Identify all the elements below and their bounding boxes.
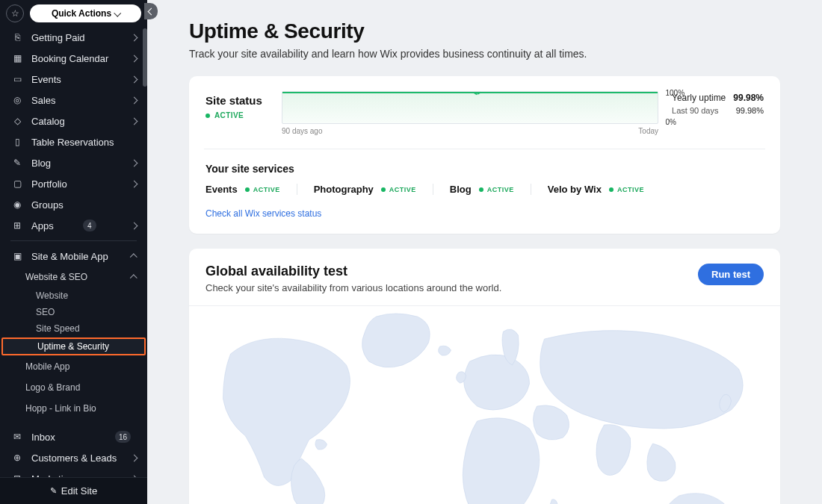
- sidebar-item-label: Customers & Leads: [31, 452, 117, 464]
- sidebar-item-label: Sales: [31, 95, 56, 106]
- chevron-down-icon: [114, 8, 120, 19]
- favorite-site-icon[interactable]: ☆: [6, 4, 24, 22]
- chevron-right-icon: [132, 222, 137, 230]
- sidebar-item[interactable]: ▭ Events: [0, 69, 147, 90]
- status-dot-icon: [206, 113, 210, 118]
- service-status: ACTIVE: [479, 186, 514, 193]
- sidebar-subitem[interactable]: Hopp - Link in Bio: [0, 398, 147, 419]
- sidebar-item-label: Site & Mobile App: [31, 251, 108, 262]
- nav-icon: ✎: [10, 158, 24, 168]
- service-item: Velo by Wix ACTIVE: [531, 184, 661, 195]
- nav-icon: ✉: [10, 432, 24, 442]
- site-status-indicator: ACTIVE: [206, 111, 268, 119]
- yearly-uptime-value: 99.98%: [733, 93, 764, 103]
- run-test-button[interactable]: Run test: [698, 264, 764, 285]
- service-item: Blog ACTIVE: [433, 184, 531, 195]
- pencil-icon: ✎: [50, 486, 57, 496]
- page-title: Uptime & Security: [189, 19, 780, 43]
- sidebar-sub-website-seo[interactable]: Website & SEO: [0, 267, 147, 287]
- service-name: Velo by Wix: [548, 184, 602, 195]
- status-dot-icon: [609, 187, 614, 192]
- sidebar-item-label: Booking Calendar: [31, 53, 108, 64]
- main-content: Uptime & Security Track your site availa…: [147, 0, 822, 504]
- last90-value: 99.98%: [736, 106, 764, 115]
- sidebar-subitem[interactable]: Uptime & Security: [1, 337, 146, 355]
- site-status-value: ACTIVE: [214, 111, 244, 119]
- chevron-left-icon: [149, 7, 154, 16]
- chevron-right-icon: [132, 34, 137, 42]
- service-name: Events: [206, 184, 238, 195]
- collapse-sidebar-button[interactable]: [144, 3, 158, 19]
- site-app-icon: ▣: [10, 251, 24, 261]
- sidebar-item[interactable]: ◉ Groups: [0, 194, 147, 215]
- sidebar-item[interactable]: ✉ Inbox 16: [0, 426, 147, 447]
- nav-badge: 16: [115, 431, 131, 443]
- nav-icon: ▯: [10, 137, 24, 147]
- sidebar-subitem[interactable]: SEO: [0, 304, 147, 320]
- page-subtitle: Track your site availability and learn h…: [189, 48, 780, 60]
- services-row: Events ACTIVEPhotography ACTIVEBlog ACTI…: [206, 184, 764, 195]
- y-axis-bottom: 0%: [665, 118, 685, 126]
- check-services-link[interactable]: Check all Wix services status: [206, 208, 764, 219]
- sidebar-item-label: Table Reservations: [31, 137, 114, 148]
- chevron-up-icon: [132, 252, 137, 261]
- x-axis-end: Today: [638, 127, 658, 135]
- nav-icon: ▢: [10, 178, 24, 189]
- service-name: Blog: [450, 184, 472, 195]
- nav-icon: ◇: [10, 116, 24, 126]
- sidebar-item[interactable]: ◎ Sales: [0, 90, 147, 111]
- y-axis-top: 100%: [665, 89, 685, 97]
- sidebar-item[interactable]: ⊟ Marketing: [0, 468, 147, 477]
- sidebar-subitem[interactable]: Site Speed: [0, 320, 147, 337]
- world-map: [189, 309, 780, 504]
- global-availability-card: Global availability test Check your site…: [189, 249, 780, 504]
- chevron-right-icon: [132, 117, 137, 125]
- nav-badge: 4: [83, 220, 96, 231]
- sidebar-item[interactable]: ▢ Portfolio: [0, 173, 147, 194]
- sidebar-item[interactable]: ▦ Booking Calendar: [0, 48, 147, 69]
- sidebar-subitem[interactable]: Mobile App: [0, 356, 147, 377]
- sidebar-item-site-mobile-app[interactable]: ▣ Site & Mobile App: [0, 246, 147, 267]
- service-status: ACTIVE: [609, 186, 644, 193]
- site-status-title: Site status: [206, 94, 268, 107]
- sidebar-item-label: Getting Paid: [31, 32, 85, 43]
- sidebar-item[interactable]: ⊕ Customers & Leads: [0, 447, 147, 468]
- uptime-dip: [474, 92, 481, 95]
- sidebar-item[interactable]: ⊞ Apps 4: [0, 215, 147, 236]
- chevron-right-icon: [132, 454, 137, 462]
- nav-icon: ⊕: [10, 452, 24, 463]
- global-card-subtitle: Check your site's availability from vari…: [206, 282, 501, 293]
- uptime-line: [282, 92, 658, 93]
- sidebar-item-label: Inbox: [31, 432, 55, 443]
- chevron-right-icon: [132, 75, 137, 84]
- sidebar-item[interactable]: ⎘ Getting Paid: [0, 27, 147, 48]
- x-axis-start: 90 days ago: [282, 127, 323, 135]
- service-status: ACTIVE: [245, 186, 280, 193]
- sidebar-item[interactable]: ◇ Catalog: [0, 111, 147, 131]
- nav-icon: ▭: [10, 74, 24, 84]
- sidebar-item-label: Apps: [31, 220, 54, 231]
- quick-actions-button[interactable]: Quick Actions: [30, 4, 141, 22]
- sidebar-subitem[interactable]: Logo & Brand: [0, 377, 147, 398]
- card-divider: [189, 305, 780, 306]
- sidebar-item-label: Portfolio: [31, 178, 67, 190]
- chevron-right-icon: [132, 475, 137, 478]
- status-dot-icon: [381, 187, 386, 192]
- nav-icon: ⎘: [10, 32, 24, 43]
- sidebar-item-label: Catalog: [31, 116, 65, 127]
- sidebar-subitem[interactable]: Website: [0, 287, 147, 304]
- sidebar-scroll[interactable]: ⎘ Getting Paid ▦ Booking Calendar ▭ Even…: [0, 27, 147, 477]
- chevron-right-icon: [132, 180, 137, 188]
- sidebar-item[interactable]: ✎ Blog: [0, 152, 147, 173]
- edit-site-button[interactable]: ✎ Edit Site: [0, 477, 147, 504]
- sidebar-item[interactable]: ▯ Table Reservations: [0, 131, 147, 152]
- chevron-right-icon: [132, 159, 137, 167]
- scrollbar-thumb[interactable]: [143, 28, 147, 87]
- global-card-title: Global availability test: [206, 264, 501, 279]
- chevron-right-icon: [132, 55, 137, 63]
- nav-separator: [10, 240, 137, 241]
- nav-icon: ◉: [10, 199, 24, 210]
- status-dot-icon: [245, 187, 250, 192]
- uptime-chart: 100% 0% 90 days ago Today: [282, 91, 658, 135]
- nav-icon: ⊞: [10, 220, 24, 231]
